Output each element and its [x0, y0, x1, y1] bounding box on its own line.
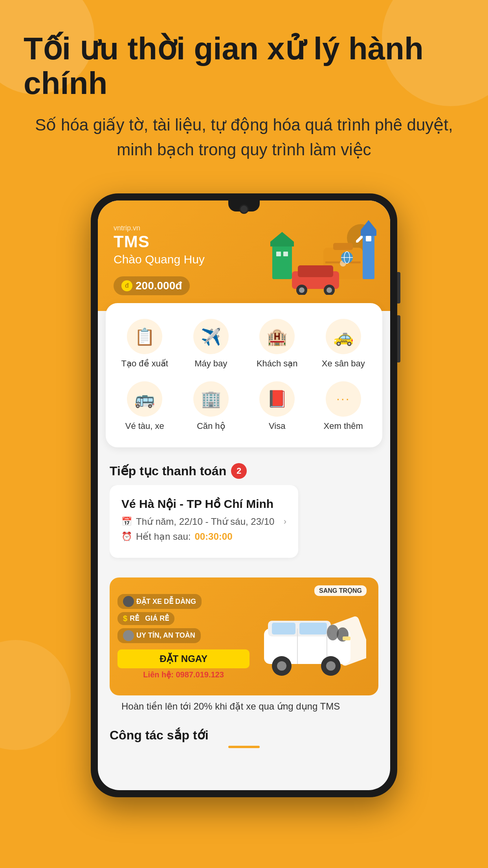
app-banner: vntrip.vn TMS Chào Quang Huy đ 200.000đ — [98, 200, 390, 311]
service-icon-visa: 📕 — [259, 381, 295, 417]
promo-tag-2: RẺ GIÁ RẺ — [130, 614, 169, 623]
service-icon-xe-san-bay: 🚕 — [326, 319, 361, 354]
phone-frame: vntrip.vn TMS Chào Quang Huy đ 200.000đ — [91, 193, 397, 797]
service-item-visa[interactable]: 📕Visa — [246, 377, 308, 436]
promo-tag-dollar: $ — [123, 614, 127, 623]
promo-luxury-badge: SANG TRỌNG — [314, 585, 367, 596]
svg-point-14 — [299, 287, 305, 293]
greeting-text: Chào Quang Huy — [114, 253, 205, 266]
phone-side-button-2 — [397, 315, 400, 362]
service-label-xe-san-bay: Xe sân bay — [322, 358, 365, 370]
service-item-can-ho[interactable]: 🏢Căn hộ — [180, 377, 242, 436]
svg-point-31 — [326, 661, 336, 671]
main-title: Tối ưu thời gian xử lý hành chính — [24, 31, 464, 101]
services-card: 📋Tạo đề xuất✈️Máy bay🏨Khách sạn🚕Xe sân b… — [106, 303, 382, 447]
calendar-icon-0: 📅 — [121, 517, 132, 527]
svg-marker-19 — [270, 232, 294, 242]
service-label-visa: Visa — [269, 421, 285, 432]
service-label-khach-san: Khách sạn — [257, 358, 298, 370]
payment-date-0: 📅 Thứ năm, 22/10 - Thứ sáu, 23/10 › — [121, 516, 286, 527]
svg-marker-2 — [361, 220, 376, 230]
service-icon-may-bay: ✈️ — [193, 319, 229, 354]
service-label-xem-them: Xem thêm — [324, 421, 363, 432]
service-item-may-bay[interactable]: ✈️Máy bay — [180, 315, 242, 373]
service-item-xe-san-bay[interactable]: 🚕Xe sân bay — [312, 315, 375, 373]
chevron-icon-0: › — [284, 517, 286, 527]
svg-rect-12 — [298, 265, 333, 277]
svg-rect-5 — [333, 243, 353, 250]
promo-tag-3: UY TÍN, AN TOÀN — [136, 631, 195, 640]
phone-camera — [239, 204, 249, 214]
services-grid: 📋Tạo đề xuất✈️Máy bay🏨Khách sạn🚕Xe sân b… — [114, 315, 374, 436]
indicator-bar — [228, 746, 260, 748]
header-section: Tối ưu thời gian xử lý hành chính Số hóa… — [0, 0, 488, 178]
service-icon-ve-tau-xe: 🚌 — [127, 381, 162, 417]
svg-rect-17 — [272, 244, 292, 279]
service-label-de-xuat: Tạo đề xuất — [121, 358, 168, 370]
balance-badge: đ 200.000đ — [114, 276, 190, 295]
svg-point-16 — [327, 287, 332, 293]
svg-rect-1 — [361, 230, 376, 236]
service-icon-khach-san: 🏨 — [259, 319, 295, 354]
payment-card-0[interactable]: Vé Hà Nội - TP Hồ Chí Minh 📅 Thứ năm, 22… — [110, 485, 298, 558]
continue-payment-section: Tiếp tục thanh toán 2 Vé Hà Nội - TP Hồ … — [98, 455, 390, 570]
svg-rect-3 — [366, 236, 371, 241]
promo-phone: Liên hệ: 0987.019.123 — [117, 670, 250, 679]
service-label-can-ho: Căn hộ — [197, 421, 225, 432]
service-icon-can-ho: 🏢 — [193, 381, 229, 417]
service-item-xem-them[interactable]: ···Xem thêm — [312, 377, 375, 436]
service-item-de-xuat[interactable]: 📋Tạo đề xuất — [114, 315, 176, 373]
bottom-hint-title: Công tác sắp tới — [110, 728, 378, 743]
bottom-hint-section: Công tác sắp tới — [98, 720, 390, 752]
clock-icon-0: ⏰ — [121, 531, 132, 542]
timer-value-0: 00:30:00 — [194, 531, 232, 542]
promo-description: Hoàn tiền lên tới 20% khi đặt xe qua ứng… — [110, 701, 378, 712]
svg-rect-35 — [343, 636, 350, 640]
app-logo: vntrip.vn TMS Chào Quang Huy — [114, 224, 205, 266]
subtitle: Số hóa giấy tờ, tài liệu, tự động hóa qu… — [24, 112, 464, 162]
coin-icon: đ — [121, 280, 132, 291]
svg-rect-21 — [283, 252, 288, 256]
promo-banner[interactable]: ĐẶT XE DỄ DÀNG $ RẺ GIÁ RẺ UY TÍN, AN TO… — [110, 577, 378, 695]
payment-route-0: Vé Hà Nội - TP Hồ Chí Minh — [121, 497, 286, 511]
phone-screen: vntrip.vn TMS Chào Quang Huy đ 200.000đ — [98, 200, 390, 790]
svg-rect-24 — [272, 623, 295, 634]
service-icon-de-xuat: 📋 — [127, 319, 162, 354]
balance-amount: 200.000đ — [136, 280, 182, 292]
phone-wrapper: vntrip.vn TMS Chào Quang Huy đ 200.000đ — [0, 193, 488, 797]
svg-rect-20 — [276, 252, 281, 256]
service-icon-xem-them: ··· — [326, 381, 361, 417]
svg-point-29 — [277, 661, 286, 671]
travel-illustration — [268, 208, 390, 295]
svg-rect-18 — [270, 242, 294, 246]
phone-side-button-1 — [397, 272, 400, 303]
svg-point-33 — [327, 625, 339, 640]
promo-section: ĐẶT XE DỄ DÀNG $ RẺ GIÁ RẺ UY TÍN, AN TO… — [98, 570, 390, 720]
service-label-ve-tau-xe: Vé tàu, xe — [125, 421, 164, 432]
logo-tms: TMS — [114, 232, 205, 251]
payment-timer-0: ⏰ Hết hạn sau: 00:30:00 — [121, 531, 286, 542]
section-title-text: Tiếp tục thanh toán — [110, 463, 226, 478]
promo-tag-1: ĐẶT XE DỄ DÀNG — [136, 597, 196, 606]
svg-rect-25 — [299, 623, 327, 634]
service-label-may-bay: Máy bay — [194, 358, 227, 370]
promo-cta-button[interactable]: ĐẶT NGAY — [117, 649, 250, 668]
service-item-khach-san[interactable]: 🏨Khách sạn — [246, 315, 308, 373]
payment-scroll[interactable]: Vé Hà Nội - TP Hồ Chí Minh 📅 Thứ năm, 22… — [110, 485, 378, 562]
payment-badge-count: 2 — [231, 463, 247, 479]
logo-small: vntrip.vn — [114, 224, 205, 232]
service-item-ve-tau-xe[interactable]: 🚌Vé tàu, xe — [114, 377, 176, 436]
section-title-payment: Tiếp tục thanh toán 2 — [110, 463, 378, 479]
